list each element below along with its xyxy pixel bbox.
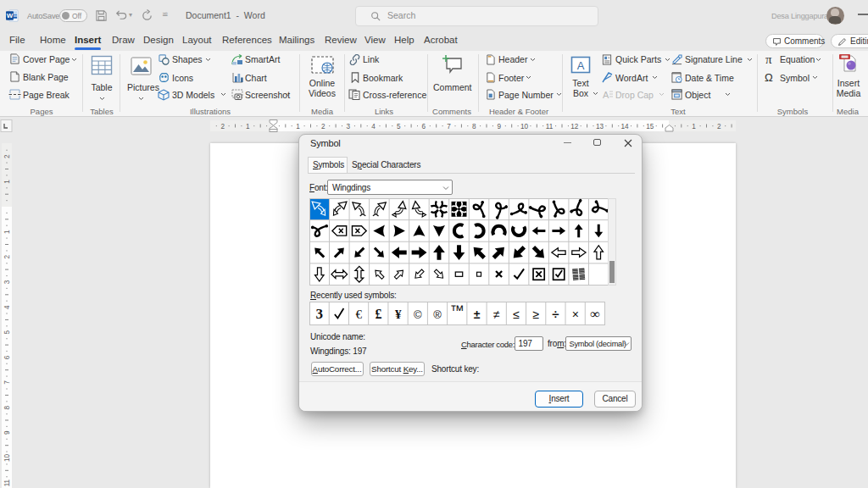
svg-text:9: 9	[498, 123, 502, 130]
svg-text:2: 2	[717, 123, 721, 130]
svg-text:5: 5	[397, 123, 401, 130]
svg-text:±: ±	[473, 308, 480, 321]
svg-text:¥: ¥	[394, 308, 401, 321]
svg-text:15: 15	[646, 123, 654, 130]
svg-text:1: 1	[3, 230, 11, 234]
svg-text:13: 13	[596, 123, 604, 130]
svg-text:3: 3	[3, 280, 11, 284]
svg-text:2: 2	[220, 123, 225, 130]
svg-text:™: ™	[449, 302, 464, 319]
svg-text:1: 1	[296, 123, 300, 130]
svg-text:2: 2	[321, 123, 326, 130]
svg-text:10: 10	[3, 454, 11, 463]
svg-text:£: £	[375, 307, 381, 321]
svg-text:1: 1	[246, 123, 250, 130]
svg-text:6: 6	[422, 123, 426, 130]
svg-text:÷: ÷	[552, 307, 559, 321]
svg-text:€: €	[355, 308, 362, 321]
svg-text:14: 14	[621, 123, 630, 130]
svg-text:11: 11	[546, 123, 554, 130]
svg-text:≥: ≥	[532, 308, 539, 321]
svg-text:4: 4	[3, 305, 11, 309]
svg-text:W: W	[7, 12, 14, 19]
svg-text:A: A	[577, 59, 585, 72]
svg-text:9: 9	[3, 430, 11, 435]
svg-text:10: 10	[520, 123, 529, 130]
svg-text:A: A	[603, 90, 609, 100]
svg-text:©: ©	[414, 308, 422, 321]
svg-text:6: 6	[3, 355, 11, 359]
svg-text:8: 8	[3, 405, 11, 409]
svg-text:×: ×	[571, 308, 578, 321]
svg-text:7: 7	[447, 123, 451, 130]
svg-text:4: 4	[371, 123, 376, 130]
svg-text:2: 2	[3, 154, 11, 158]
svg-text:2: 2	[3, 255, 11, 259]
svg-text:8: 8	[472, 123, 476, 130]
svg-text:12: 12	[570, 123, 579, 130]
svg-text:≠: ≠	[492, 308, 499, 321]
svg-text:1: 1	[692, 123, 696, 130]
svg-text:∞: ∞	[590, 307, 599, 321]
svg-text:7: 7	[3, 380, 11, 385]
svg-text:3: 3	[347, 123, 351, 130]
svg-text:®: ®	[433, 308, 442, 321]
svg-text:3: 3	[315, 306, 322, 322]
svg-text:11: 11	[3, 479, 11, 486]
svg-text:1: 1	[3, 180, 11, 184]
svg-text:≤: ≤	[513, 308, 520, 321]
svg-text:5: 5	[3, 330, 11, 334]
